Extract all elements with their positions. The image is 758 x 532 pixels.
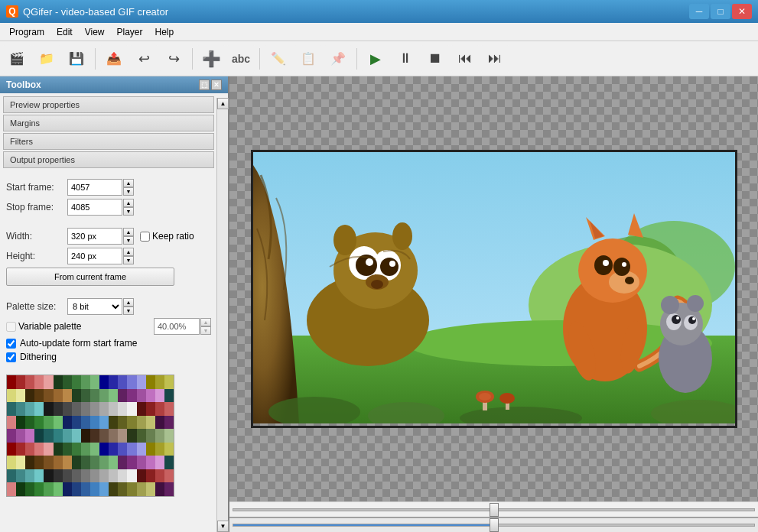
section-filters[interactable]: Filters [3,133,214,150]
scroll-down-button[interactable]: ▼ [217,521,229,532]
height-up[interactable]: ▲ [123,248,134,256]
stop-frame-up[interactable]: ▲ [123,199,134,207]
svg-point-24 [603,260,609,266]
height-input[interactable] [67,248,122,264]
preview-area [229,76,758,532]
text-button[interactable]: abc [227,45,255,73]
start-frame-row: Start frame: ▲ ▼ [3,179,214,196]
auto-update-label: Auto-update form start frame [20,338,137,349]
maximize-button[interactable]: □ [711,4,730,19]
close-button[interactable]: ✕ [732,4,752,19]
app-icon: Q [6,5,18,18]
start-frame-up[interactable]: ▲ [123,179,134,187]
auto-update-checkbox[interactable] [6,339,16,349]
toolbox-close-button[interactable]: ✕ [211,79,222,90]
extract-button[interactable]: 📤 [100,45,128,73]
variable-palette-row: Variable palette ▲ ▼ [3,318,214,335]
playback-slider[interactable] [233,524,755,527]
undo-button[interactable]: ↩ [130,45,158,73]
preview-inner [229,76,758,501]
stop-frame-label: Stop frame: [6,202,67,212]
dithering-label: Dithering [20,352,57,362]
height-down[interactable]: ▼ [123,256,134,264]
separator-2 [192,48,193,70]
svg-point-12 [380,258,399,276]
toolbar: 🎬 📁 💾 📤 ↩ ↪ ➕ abc ✏️ 📋 📌 ▶ ⏸ ⏹ ⏮ ⏭ [0,41,758,76]
prev-button[interactable]: ⏮ [451,45,479,73]
copy-button[interactable]: 📋 [294,45,322,73]
svg-point-23 [613,258,630,276]
start-frame-down[interactable]: ▼ [123,187,134,196]
scroll-up-button[interactable]: ▲ [217,98,229,109]
dithering-checkbox[interactable] [6,352,16,362]
minimize-button[interactable]: ─ [689,4,709,19]
play-button[interactable]: ▶ [362,45,389,73]
palette-size-select[interactable]: 8 bit 4 bit [67,298,122,315]
svg-point-18 [392,222,412,250]
width-down[interactable]: ▼ [123,236,134,245]
width-row: Width: ▲ ▼ Keep ratio [3,228,214,245]
height-row: Height: ▲ ▼ [3,248,214,264]
preview-image [253,152,735,423]
open-button[interactable]: 📁 [33,45,60,73]
section-preview-properties[interactable]: Preview properties [3,96,214,113]
film-button[interactable]: 🎬 [3,45,31,73]
section-margins[interactable]: Margins [3,115,214,131]
width-up[interactable]: ▲ [123,228,134,236]
start-frame-input[interactable] [67,179,122,196]
separator-3 [259,48,260,70]
menu-program[interactable]: Program [3,25,50,39]
paste-button[interactable]: 📌 [324,45,352,73]
next-button[interactable]: ⏭ [481,45,509,73]
palette-size-up[interactable]: ▲ [123,298,134,307]
pause-button[interactable]: ⏸ [392,45,419,73]
variable-palette-down[interactable]: ▼ [200,326,211,335]
svg-point-17 [333,225,356,255]
stop-frame-row: Stop frame: ▲ ▼ [3,199,214,216]
save-button[interactable]: 💾 [63,45,90,73]
palette-size-down[interactable]: ▼ [123,307,134,315]
stop-frame-down[interactable]: ▼ [123,207,134,216]
scroll-track [217,109,228,521]
toolbox-title: Toolbox [6,79,41,90]
title-bar: Q QGifer - video-based GIF creator ─ □ ✕ [0,0,758,23]
svg-point-16 [371,280,383,289]
height-label: Height: [6,251,67,261]
palette-size-row: Palette size: 8 bit 4 bit ▲ ▼ [3,298,214,315]
redo-button[interactable]: ↪ [160,45,187,73]
menu-help[interactable]: Help [149,25,181,39]
section-output-properties[interactable]: Output properties [3,151,214,168]
toolbox-header: Toolbox ⬚ ✕ [0,76,228,93]
menu-edit[interactable]: Edit [50,25,79,39]
from-current-frame-button[interactable]: From current frame [6,268,174,286]
toolbox-panel: Toolbox ⬚ ✕ Preview properties Margins F… [0,76,229,532]
stop-frame-input[interactable] [67,199,122,216]
variable-palette-input[interactable] [154,318,200,335]
variable-palette-up[interactable]: ▲ [200,318,211,326]
toolbox-content: Preview properties Margins Filters Outpu… [0,93,228,532]
menu-player[interactable]: Player [111,25,149,39]
pen-button[interactable]: ✏️ [265,45,292,73]
keep-ratio-checkbox[interactable] [140,232,150,242]
svg-point-48 [479,393,491,401]
keep-ratio-label: Keep ratio [152,231,194,242]
preview-image-container [251,150,737,428]
menu-view[interactable]: View [79,25,111,39]
dithering-row: Dithering [3,352,214,362]
separator-1 [95,48,96,70]
svg-point-13 [366,258,373,266]
main-layout: Toolbox ⬚ ✕ Preview properties Margins F… [0,76,758,532]
add-frame-button[interactable]: ➕ [197,45,225,73]
stop-button[interactable]: ⏹ [421,45,449,73]
toolbox-scrollbar[interactable]: ▲ ▼ [216,98,228,532]
svg-point-22 [594,255,613,275]
variable-palette-checkbox[interactable] [6,322,16,332]
auto-update-row: Auto-update form start frame [3,338,214,349]
svg-point-50 [499,393,515,404]
window-title: QGifer - video-based GIF creator [23,6,168,18]
width-input[interactable] [67,228,122,245]
window-controls: ─ □ ✕ [689,4,752,19]
svg-point-36 [672,315,681,324]
horizontal-scroll-slider[interactable] [233,508,755,511]
toolbox-float-button[interactable]: ⬚ [199,79,210,90]
